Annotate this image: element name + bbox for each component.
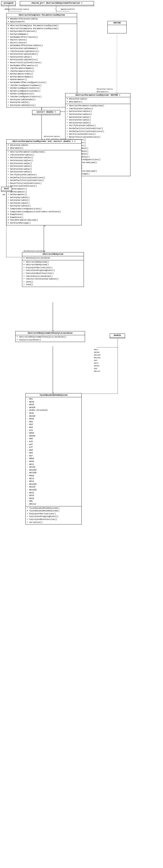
method-rgetstateunits: + rGetStateVariableUnits() <box>8 50 76 53</box>
method-aos-evalyderiv: + EvaluateYDerivatives() <box>24 267 83 269</box>
field-mj5: - mJ5 <box>27 440 80 443</box>
abstract-param-vecdouble-box: AbstractParameterisedSystem< std::vector… <box>6 140 82 225</box>
field-mk2d: - mK2d <box>27 403 80 406</box>
method-getnumparams: + GetNumberOfParameters() <box>8 64 76 67</box>
method-apd-computedqfromcurrent: + ComputeDerivedQuantitiesFromCurrentSta… <box>8 211 80 213</box>
double-box: double <box>110 333 125 338</box>
method-apd-resettoinit: + ResetToInitialConditions() <box>8 182 80 185</box>
mN-label: mN <box>3 193 5 195</box>
method-tn-serialize: + serialize() <box>27 521 80 524</box>
mk12bd-label: mK12bd <box>94 356 100 359</box>
field-mmad: - mMad <box>27 457 80 460</box>
abstract-ode-system-fields: # mUseAnalyticJacobian <box>22 256 84 260</box>
vector-body <box>108 25 126 32</box>
method-getsysname: + GetSystemName() <box>8 33 76 36</box>
method-hasstatevar: + HasStateVariable() <box>8 56 76 59</box>
field-mk13dd: - mK13dd <box>27 471 80 474</box>
method-aos-constructor1: + AbstractOdeSystem() <box>24 261 83 264</box>
mmpSystemInfo-label: mmpSystemInfo <box>61 8 75 10</box>
method-aosaj-analyticjac: + AnalyticJacobian() <box>17 339 84 342</box>
bool-box: bool <box>1 187 12 192</box>
vector-title: VECTOR <box>108 21 126 25</box>
field-mk15dd: - mK15dd <box>27 483 80 486</box>
field-mk14: - mK14 <box>27 480 80 483</box>
method-apd-setstatevar: + SetStateVariables() <box>8 159 80 162</box>
field-mk5d: - mK5d <box>27 432 80 435</box>
method-apv-setdefaultcond: + SetDefaultInitialCondition() <box>67 127 129 130</box>
method-rgetparamunits: + rGetParameterUnits() <box>8 70 76 73</box>
mk12dd-label: mK12dd <box>94 354 100 356</box>
method-tn-evalyderiv: + EvaluateYDerivatives() <box>27 513 80 516</box>
method-tn-calcrootfn: + CalculateRootFunction() <box>27 518 80 521</box>
tyson-novak-box: TysonNovak2001OdeSystem - mK1 - mK3d - m… <box>26 393 82 524</box>
field-mk9: - mK9 <box>27 452 80 455</box>
mk3dd-label: mK3dd <box>94 351 99 353</box>
mk4-label: mU3 <box>94 359 97 361</box>
method-aos-load: + load() <box>24 283 83 286</box>
method-apd-setdefaultcond: + SetDefaultInitialCondition() <box>8 179 80 182</box>
method-constructor1: # AbstractIntemplate ParameterisedSystem… <box>8 24 76 27</box>
field-mNumberOfStateVariables: # mNumberOfStateVariables <box>8 18 76 21</box>
tyson-novak-title: TysonNovak2001OdeSystem <box>26 394 81 397</box>
method-apd-setstatevar3: + SetStateVariable() <box>8 170 80 174</box>
method-apd-getparam1: + GetParameter() <box>8 188 80 191</box>
field-mu4: - mU4 <box>27 426 80 429</box>
method-apd-rgetstatevar: + rGetStateVariables() <box>8 154 80 157</box>
field-mpSystemInfo: # mpSystemInfo <box>8 21 76 24</box>
mUseAnalyticJacobian-label: mUseAnalyticJacobian <box>24 250 45 252</box>
field-mu3: - mU3 <box>27 423 80 426</box>
method-tn-constructor1: + TysonNovak2001OdeSystem() <box>27 507 80 510</box>
mu4-label: mU4 <box>94 368 97 370</box>
mParameters-label1: mParameters <box>97 91 109 93</box>
abstract-itemplate-title: AbstractIntemplate ParameterisedSystem <box>6 13 77 17</box>
method-apd-setdefaultconds: + SetDefaultInitialConditions() <box>8 177 80 179</box>
field-mk15: - mK15 <box>27 492 80 494</box>
mmstar-label: mMstar <box>94 370 100 372</box>
field-mk13: - mK13 <box>27 477 80 480</box>
field-mk5dd: - mK5dd <box>27 435 80 438</box>
method-getnumdq: + GetNumberOfDerivedQuantities() <box>8 81 76 84</box>
method-aos-constructor2: # AbstractOdeSystem() <box>24 264 83 267</box>
field-mu7: - mU7 <box>27 443 80 446</box>
mk1-label: mK11 <box>94 348 98 350</box>
method-aos-calcrootfn: + CalculateRootFunction() <box>24 272 83 275</box>
abstract-param-vector-title: AbstractParameterisedSystem< VECTOR > <box>66 93 130 97</box>
method-apd-getstatevar3: + GetStateVariable() <box>8 168 80 171</box>
method-apv-getinitconds: + GetInitialConditions() <box>67 133 129 136</box>
vec-double-box: vector< double > <box>32 110 60 115</box>
mk5dd-label: mK5dd <box>94 365 99 367</box>
method-getdqindex: + GetDerivedQuantityIndex() <box>8 90 76 93</box>
unsigned-title: unsigned <box>1 1 15 5</box>
method-apv-constructor: + AbstractParameterisedSystem() <box>67 104 129 107</box>
shared-ptr-box: shared_ptr< AbstractOdeSystemInformation… <box>20 1 94 6</box>
method-apv-setstatevar2: + SetStateVariable() <box>67 119 129 122</box>
method-getsysinfo: + GetSystemInformation() <box>8 30 76 33</box>
abstract-itemplate-fields: # mNumberOfStateVariables # mpSystemInfo <box>6 17 77 24</box>
method-apd-setanyvars: + SetAnyVariables() <box>8 205 80 208</box>
field-mj3: - mJ3 <box>27 429 80 432</box>
method-aos-rgetanalyticjac: + rGetAnalyticJacobian() <box>24 275 83 278</box>
bool-title: bool <box>1 187 12 191</box>
method-tn-constructor2: # TysonNovak2001OdeSystem() <box>27 509 80 513</box>
method-getstatenames: + GetStateVariableNames() <box>8 47 76 50</box>
abstract-ode-system-methods: + AbstractOdeSystem() # AbstractOdeSyste… <box>22 260 84 287</box>
method-apd-getanyvar1: + GetAnyVariable() <box>8 196 80 199</box>
abstract-param-vecdouble-fields: # mStateVariables # mParameters <box>6 144 81 150</box>
method-getparamindex: + GetParameterIndex() <box>8 73 76 75</box>
mStateVariables-label2: mStateVariables <box>44 135 60 137</box>
method-apd-checkparams: # CheckParametersOnLoad() <box>8 219 80 222</box>
field-mkeq: - mKeq <box>27 474 80 477</box>
method-apd-dumpstate2: # DumpState() <box>8 216 80 219</box>
method-hasattrib: + HasAttribute() <box>8 38 76 41</box>
method-apd-setstatevar2: + SetStateVariable() <box>8 165 80 168</box>
method-constructor2: # AbstractIntemplate ParameterisedSystem… <box>8 27 76 30</box>
method-apd-getstatevar: + GetStateVariables() <box>8 156 80 159</box>
method-apd-verifystatevar: + VerifyStateVariables() <box>8 174 80 177</box>
field-mmstar: - mMstar <box>27 503 80 506</box>
field-mk16dd: - mK16dd <box>27 489 80 492</box>
method-apd-getinitconds: + GetInitialConditions() <box>8 185 80 188</box>
method-apd-constructor: + AbstractParameterisedSystem() <box>8 151 80 154</box>
field-mk11: - mK11 <box>27 463 80 466</box>
method-tn-calcstop: + CalculateStoppingEvent() <box>27 515 80 518</box>
mk13-label: mK13 <box>94 362 98 364</box>
